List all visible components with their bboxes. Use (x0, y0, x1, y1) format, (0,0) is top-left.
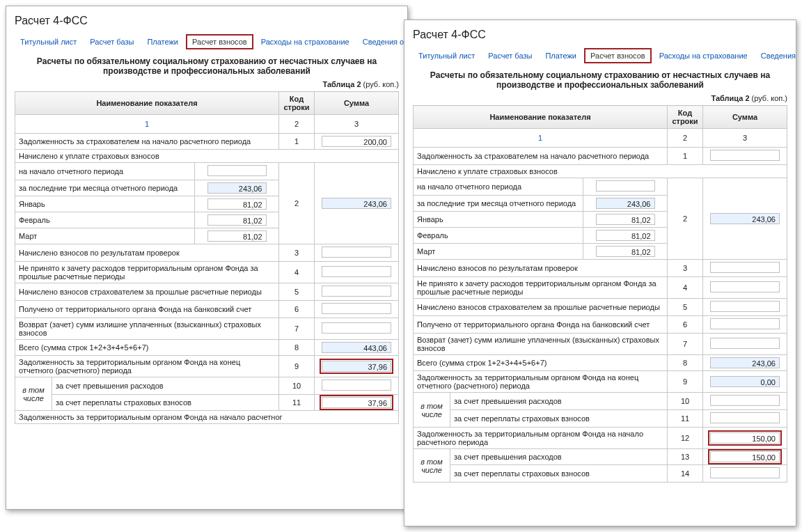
input-r2-total[interactable]: 243,06 (710, 213, 780, 224)
row-label: Январь (15, 196, 195, 212)
input-r2b[interactable]: 243,06 (596, 198, 655, 209)
row-label: за счет превышения расходов (450, 393, 668, 410)
row-label: Март (15, 228, 195, 244)
colnum-3: 3 (315, 115, 399, 134)
panel-left: Расчет 4-ФСС Титульный лист Расчет базы … (6, 6, 408, 510)
th-name: Наименование показателя (15, 92, 279, 115)
input-r13[interactable]: 150,00 (710, 451, 780, 462)
tab-assessment[interactable]: Сведения о сп (357, 35, 408, 49)
row-label: Возврат (зачет) сумм излишне уплаченных … (414, 334, 668, 355)
row-label: Задолженность за территориальным органом… (15, 411, 399, 424)
input-r2e[interactable]: 81,02 (207, 230, 267, 242)
row-label: Всего (сумма строк 1+2+3+4+5+6+7) (414, 355, 668, 371)
colnum-1: 1 (15, 115, 279, 134)
row-label: Начислено взносов страхователем за прошл… (15, 283, 279, 301)
input-r1[interactable] (710, 150, 780, 161)
tab-title-page[interactable]: Титульный лист (15, 35, 82, 49)
page-title: Расчет 4-ФСС (15, 15, 399, 27)
input-r5[interactable] (710, 301, 780, 312)
colnum-3: 3 (703, 129, 787, 148)
input-r2e[interactable]: 81,02 (596, 246, 655, 257)
row-label: Всего (сумма строк 1+2+3+4+5+6+7) (15, 340, 279, 356)
th-name: Наименование показателя (414, 106, 668, 129)
tab-expenses[interactable]: Расходы на страхование (255, 35, 355, 49)
input-r3[interactable] (322, 247, 391, 258)
data-table: Наименование показателя Код строки Сумма… (413, 105, 787, 483)
colnum-1: 1 (414, 129, 668, 148)
row-label: Задолженность за страхователем на начало… (15, 134, 279, 150)
input-r1[interactable]: 200,00 (322, 136, 391, 147)
panel-right: Расчет 4-ФСС Титульный лист Расчет базы … (404, 19, 796, 526)
colnum-2: 2 (668, 129, 703, 148)
input-r9[interactable]: 0,00 (710, 376, 780, 387)
row-label: за последние три месяца отчетного период… (15, 180, 195, 196)
row-label: Март (414, 244, 583, 260)
vtomchisle: в том числе (414, 449, 450, 483)
row-label: за счет переплаты страховых взносов (450, 410, 668, 428)
input-r12[interactable]: 150,00 (710, 432, 780, 444)
input-r14[interactable] (710, 467, 780, 478)
input-r6[interactable] (710, 318, 780, 329)
tab-calc[interactable]: Расчет взносов (584, 48, 652, 63)
row-label: Начислено к уплате страховых взносов (15, 150, 399, 163)
th-sum: Сумма (315, 92, 399, 115)
input-r2-total[interactable]: 243,06 (322, 198, 391, 209)
row-label: за счет превышения расходов (450, 449, 668, 465)
th-code: Код строки (668, 106, 703, 129)
row-label: Февраль (414, 228, 583, 244)
tab-title-page[interactable]: Титульный лист (413, 49, 480, 63)
row-label: Не принято к зачету расходов территориал… (414, 277, 668, 299)
tab-calc[interactable]: Расчет взносов (186, 34, 253, 49)
row-label: Задолженность за территориальным органом… (15, 356, 279, 377)
input-r10[interactable] (322, 380, 391, 391)
input-r2a[interactable] (207, 165, 267, 176)
row-label: Задолженность за территориальным органом… (414, 428, 668, 449)
input-r2d[interactable]: 81,02 (596, 230, 655, 241)
row-label: за последние три месяца отчетного период… (414, 196, 583, 212)
input-r11[interactable] (710, 412, 780, 423)
row-label: Начислено взносов по результатам проверо… (15, 244, 279, 262)
row-label: Получено от территориального органа Фонд… (414, 316, 668, 334)
row-label: Задолженность за территориальным органом… (414, 371, 668, 393)
input-r2c[interactable]: 81,02 (596, 214, 655, 225)
input-r8[interactable]: 443,06 (322, 342, 391, 353)
tabs: Титульный лист Расчет базы Платежи Расче… (15, 34, 399, 49)
tab-assessment[interactable]: Сведения о спец.оценке (755, 49, 796, 63)
tab-base[interactable]: Расчет базы (482, 49, 537, 63)
colnum-2: 2 (279, 115, 315, 134)
tab-payments[interactable]: Платежи (540, 49, 582, 63)
section-heading: Расчеты по обязательному социальному стр… (413, 70, 787, 90)
input-r3[interactable] (710, 262, 780, 273)
input-r8[interactable]: 243,06 (710, 357, 780, 368)
row-label: Начислено к уплате страховых взносов (414, 165, 787, 178)
tab-payments[interactable]: Платежи (141, 35, 184, 49)
input-r4[interactable] (322, 266, 391, 277)
vtomchisle: в том числе (414, 393, 450, 428)
input-r10[interactable] (710, 395, 780, 406)
input-r2d[interactable]: 81,02 (207, 214, 267, 226)
tab-base[interactable]: Расчет базы (84, 35, 139, 49)
page-title: Расчет 4-ФСС (413, 29, 787, 41)
row-label: Задолженность за страхователем на начало… (414, 148, 668, 165)
row-label: за счет превышения расходов (52, 377, 279, 395)
input-r9[interactable]: 37,96 (322, 361, 391, 372)
input-r2c[interactable]: 81,02 (207, 198, 267, 210)
tab-expenses[interactable]: Расходы на страхование (654, 49, 753, 63)
input-r7[interactable] (322, 322, 391, 334)
row-label: за счет переплаты страховых взносов (52, 395, 279, 411)
input-r6[interactable] (322, 303, 391, 314)
input-r5[interactable] (322, 285, 391, 297)
input-r2b[interactable]: 243,06 (207, 182, 267, 194)
row-label: Возврат (зачет) сумм излишне уплаченных … (15, 318, 279, 340)
input-r4[interactable] (710, 281, 780, 292)
table-caption: Таблица 2 (руб. коп.) (15, 80, 399, 88)
row-label: Получено от территориального органа Фонд… (15, 301, 279, 318)
row-label: Февраль (15, 212, 195, 228)
input-r2a[interactable] (596, 180, 655, 191)
input-r7[interactable] (710, 338, 780, 349)
row-label: Начислено взносов страхователем за прошл… (414, 299, 668, 316)
input-r11[interactable]: 37,96 (322, 397, 391, 408)
row-label: Начислено взносов по результатам проверо… (414, 260, 668, 277)
table-caption: Таблица 2 (руб. коп.) (413, 94, 787, 102)
row-label: на начало отчетного периода (15, 163, 195, 180)
